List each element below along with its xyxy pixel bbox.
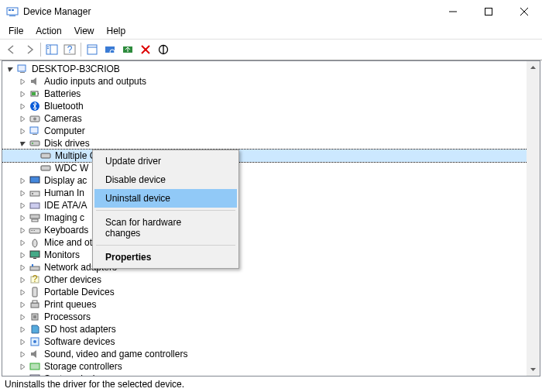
caret-icon[interactable] [18,201,27,210]
context-disable-device[interactable]: Disable device [94,170,237,189]
svg-rect-45 [34,230,35,231]
tree-category-label: Software devices [44,336,115,347]
caret-icon[interactable] [18,213,27,222]
caret-icon[interactable] [18,263,27,272]
svg-text:?: ? [33,273,38,284]
tree-category-label: Print queues [44,299,96,310]
svg-rect-34 [41,153,50,158]
caret-icon[interactable] [18,126,27,136]
caret-icon[interactable] [18,349,27,359]
caret-icon[interactable] [18,188,27,198]
device-category-icon [29,112,41,125]
svg-rect-2 [9,9,11,11]
tree-category[interactable]: Mice and other pointing devices [2,236,540,249]
device-category-icon [29,187,41,199]
scroll-up-icon[interactable] [527,61,540,74]
device-category-icon [29,360,41,373]
caret-icon[interactable] [18,238,27,247]
device-category-icon [29,224,41,236]
tree-category[interactable]: Audio inputs and outputs [2,75,540,88]
show-hide-tree-button[interactable] [43,41,60,58]
caret-icon[interactable] [18,287,27,297]
tree-category[interactable]: Monitors [2,249,540,261]
scrollbar[interactable] [527,61,540,376]
caret-icon[interactable] [18,114,27,123]
caret-icon[interactable] [18,101,27,111]
tree-category[interactable]: Imaging c [2,211,540,224]
update-driver-button[interactable] [119,41,136,58]
tree-category-label: Keyboards [44,225,88,236]
context-scan-hardware[interactable]: Scan for hardware changes [94,213,237,242]
caret-icon[interactable] [18,89,27,98]
context-menu: Update driver Disable device Uninstall d… [92,150,239,269]
tree-category[interactable]: Computer [2,125,540,137]
minimize-button[interactable] [435,0,471,23]
forward-button[interactable] [21,41,38,58]
caret-icon[interactable] [18,300,27,309]
svg-rect-22 [18,65,26,71]
tree-category[interactable]: Print queues [2,298,540,311]
caret-icon[interactable] [18,312,27,322]
back-button[interactable] [3,41,20,58]
device-category-icon [29,137,41,150]
tree-category[interactable]: Cameras [2,112,540,125]
device-category-icon: ? [29,273,41,286]
tree-device[interactable]: WDC W [2,162,540,174]
svg-rect-47 [30,251,39,257]
help-button[interactable]: ? [61,41,78,58]
context-properties[interactable]: Properties [94,248,237,266]
tree-category[interactable]: Disk drives [2,137,540,150]
caret-icon[interactable] [18,139,27,148]
disable-button[interactable] [155,41,172,58]
svg-rect-35 [41,166,50,170]
tree-category[interactable]: Storage controllers [2,360,540,373]
caret-icon[interactable] [18,77,27,86]
context-update-driver[interactable]: Update driver [94,152,237,170]
context-uninstall-device[interactable]: Uninstall device [94,189,237,208]
caret-icon[interactable] [18,176,27,185]
drive-icon [39,150,52,162]
caret-icon[interactable] [18,250,27,260]
svg-rect-30 [30,127,38,133]
tree-root[interactable]: DESKTOP-B3CRIOB [2,63,540,75]
scroll-down-icon[interactable] [527,363,540,376]
tree-category[interactable]: IDE ATA/A [2,199,540,211]
tree-device[interactable]: Multiple Card Reader USB Devi... [2,150,540,162]
menu-file[interactable]: File [3,24,29,38]
menu-view[interactable]: View [69,24,100,38]
scan-hardware-button[interactable] [101,41,118,58]
menu-help[interactable]: Help [101,24,132,38]
device-tree-panel: DESKTOP-B3CRIOBAudio inputs and outputsB… [2,60,540,377]
svg-point-38 [32,193,33,194]
device-category-icon [29,311,41,323]
tree-category[interactable]: SD host adapters [2,323,540,335]
uninstall-button[interactable] [137,41,154,58]
tree-category-label: Disk drives [44,138,90,149]
tree-category-label: Other devices [44,274,101,285]
device-category-icon [29,88,41,100]
caret-icon[interactable] [18,225,27,235]
tree-category[interactable]: Sound, video and game controllers [2,348,540,360]
tree-category[interactable]: Portable Devices [2,286,540,298]
device-category-icon [29,174,41,187]
svg-rect-1 [9,15,15,16]
tree-category[interactable]: Processors [2,311,540,323]
tree-category[interactable]: Bluetooth [2,100,540,112]
caret-icon[interactable] [18,325,27,334]
caret-icon[interactable] [18,362,27,371]
tree-category[interactable]: ?Other devices [2,273,540,286]
tree-category[interactable]: Display ac [2,174,540,187]
tree-category[interactable]: Batteries [2,88,540,100]
svg-rect-26 [32,92,36,95]
tree-category[interactable]: Network adapters [2,261,540,273]
tree-category[interactable]: Keyboards [2,224,540,236]
caret-icon[interactable] [18,275,27,284]
tree-category[interactable]: Software devices [2,335,540,348]
caret-icon[interactable] [18,337,27,346]
tree-category[interactable]: Human In [2,187,540,199]
properties-button[interactable] [84,41,101,58]
menu-action[interactable]: Action [30,24,67,38]
close-button[interactable] [506,0,542,23]
maximize-button[interactable] [471,0,506,23]
caret-down-icon[interactable] [5,64,15,74]
